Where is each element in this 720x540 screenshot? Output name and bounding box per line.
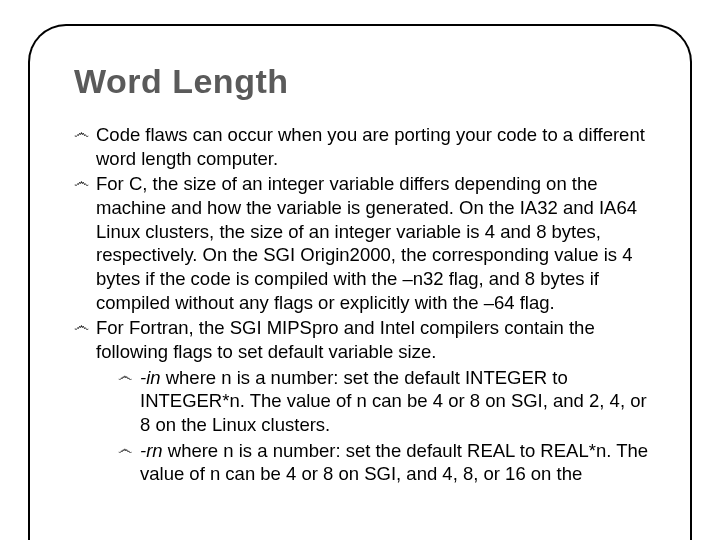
flag-name: -in <box>140 367 161 388</box>
sub-list: ෴ -in where n is a number: set the defau… <box>118 366 650 486</box>
bullet-icon: ෴ <box>74 318 89 334</box>
sub-bullet-text: where n is a number: set the default INT… <box>140 367 647 435</box>
bullet-text: For Fortran, the SGI MIPSpro and Intel c… <box>96 317 595 362</box>
bullet-item: ෴ For Fortran, the SGI MIPSpro and Intel… <box>74 316 650 486</box>
bullet-item: ෴ For C, the size of an integer variable… <box>74 172 650 314</box>
slide-frame: Word Length ෴ Code flaws can occur when … <box>28 24 692 540</box>
slide-title: Word Length <box>74 62 650 101</box>
bullet-item: ෴ Code flaws can occur when you are port… <box>74 123 650 170</box>
sub-bullet-item: ෴ -rn where n is a number: set the defau… <box>118 439 650 486</box>
bullet-icon: ෴ <box>74 174 89 190</box>
sub-bullet-item: ෴ -in where n is a number: set the defau… <box>118 366 650 437</box>
bullet-text: Code flaws can occur when you are portin… <box>96 124 645 169</box>
bullet-icon: ෴ <box>118 368 132 383</box>
bullet-icon: ෴ <box>118 441 132 456</box>
bullet-icon: ෴ <box>74 125 89 141</box>
slide-body: ෴ Code flaws can occur when you are port… <box>74 123 650 486</box>
bullet-text: For C, the size of an integer variable d… <box>96 173 637 312</box>
sub-bullet-text: where n is a number: set the default REA… <box>140 440 648 485</box>
flag-name: -rn <box>140 440 163 461</box>
